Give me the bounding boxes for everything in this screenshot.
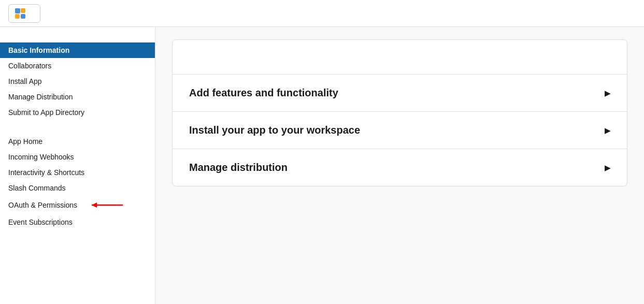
sidebar-item-install-app[interactable]: Install App	[0, 74, 155, 89]
sidebar-item-submit-to-app-directory[interactable]: Submit to App Directory	[0, 105, 155, 120]
sidebar-item-manage-distribution[interactable]: Manage Distribution	[0, 89, 155, 105]
svg-rect-1	[21, 8, 25, 13]
svg-rect-3	[21, 14, 25, 19]
card-row-install-workspace[interactable]: Install your app to your workspace▶	[173, 112, 627, 149]
content-card: Add features and functionality▶Install y…	[172, 39, 627, 186]
card-row-manage-distribution[interactable]: Manage distribution▶	[173, 149, 627, 186]
sidebar-item-collaborators[interactable]: Collaborators	[0, 58, 155, 74]
svg-rect-0	[15, 8, 20, 13]
settings-nav: Basic InformationCollaboratorsInstall Ap…	[0, 42, 155, 120]
top-bar	[0, 0, 644, 27]
sidebar-item-oauth-permissions[interactable]: OAuth & Permissions	[0, 196, 155, 214]
arrow-svg	[87, 199, 128, 211]
red-arrow-annotation	[87, 199, 128, 211]
main-sections: Add features and functionality▶Install y…	[173, 75, 627, 186]
chevron-right-icon: ▶	[605, 89, 610, 97]
features-section-title	[0, 126, 155, 134]
svg-rect-2	[15, 14, 20, 19]
card-row-title-install-workspace: Install your app to your workspace	[189, 124, 360, 136]
card-row-title-manage-distribution: Manage distribution	[189, 162, 288, 173]
card-row-add-features[interactable]: Add features and functionality▶	[173, 75, 627, 112]
sidebar-item-interactivity-shortcuts[interactable]: Interactivity & Shortcuts	[0, 165, 155, 180]
sidebar-item-app-home[interactable]: App Home	[0, 134, 155, 149]
sidebar-item-label-oauth-permissions: OAuth & Permissions	[8, 201, 77, 209]
app-icon	[14, 7, 26, 20]
main-content: Add features and functionality▶Install y…	[155, 27, 644, 304]
sidebar-item-incoming-webhooks[interactable]: Incoming Webhooks	[0, 149, 155, 165]
settings-section-title	[0, 35, 155, 42]
sidebar: Basic InformationCollaboratorsInstall Ap…	[0, 27, 155, 304]
main-layout: Basic InformationCollaboratorsInstall Ap…	[0, 27, 644, 304]
sidebar-item-event-subscriptions[interactable]: Event Subscriptions	[0, 214, 155, 230]
card-row-title-add-features: Add features and functionality	[189, 87, 338, 99]
features-nav: App HomeIncoming WebhooksInteractivity &…	[0, 134, 155, 230]
chevron-right-icon: ▶	[605, 164, 610, 172]
chevron-right-icon: ▶	[605, 126, 610, 135]
svg-marker-5	[92, 202, 97, 208]
building-apps-section	[173, 40, 627, 75]
sidebar-item-slash-commands[interactable]: Slash Commands	[0, 180, 155, 196]
sidebar-item-basic-information[interactable]: Basic Information	[0, 42, 155, 58]
app-selector[interactable]	[8, 4, 40, 23]
